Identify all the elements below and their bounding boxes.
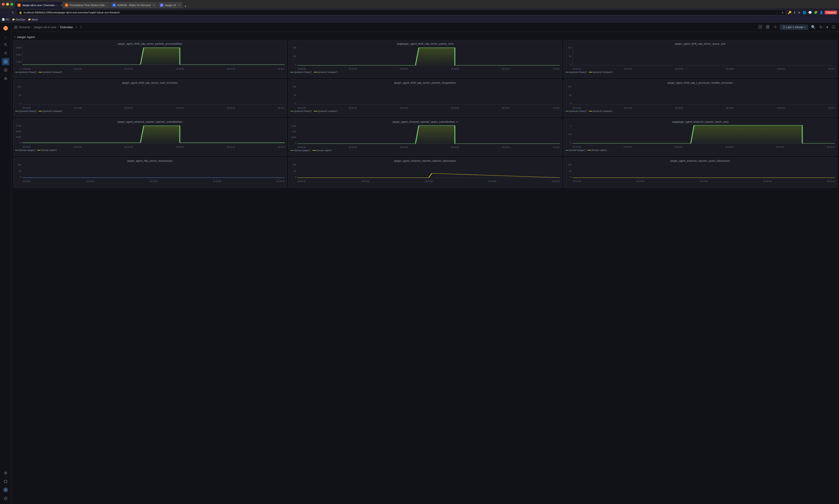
puzzle-icon[interactable]: 🧩 [814,10,818,15]
refresh-button[interactable]: ↻ [819,24,823,30]
window-maximize-btn[interactable] [10,3,13,6]
panel-packets-processed: jaeger_agent_thrift_udp_server_packets_p… [13,40,287,78]
translate-icon[interactable]: 🌐 [802,10,807,15]
pd-icon: 📄 [2,18,5,21]
sidebar-toggle[interactable]: › [4,35,7,40]
window-minimize-btn[interactable] [6,3,9,6]
sidebar-item-starred[interactable] [2,49,10,57]
bookmark-pd-label: PD [6,18,9,21]
chart-area-9: 10.50 19:15:3019:15:4019:15:5019:16:0019… [565,125,835,148]
panel-spans-submitted: jaeger_agent_tchannel_reporter_spans_sub… [288,118,562,156]
dashboard-icon [14,25,17,29]
star-icon[interactable]: ☆ [75,25,78,29]
breadcrumb-overview: Overview [60,25,73,29]
svg-rect-30 [767,27,769,28]
messaging-icon[interactable]: 💬 [808,10,812,15]
sidebar-item-shield[interactable] [2,478,10,485]
sidebar-item-dashboards[interactable] [2,58,10,65]
reload-button[interactable]: ↻ [11,10,15,15]
bookmark-devops[interactable]: 📁 DevOps [12,18,25,21]
panel-grid-row4: jaeger_agent_http_server_requests/sec 10… [13,157,837,188]
panel-processor-errors: jaeger_agent_thrift_udp_t_processor_hand… [563,79,837,117]
time-range-button[interactable]: Last 1 minute ▾ [780,25,808,30]
breadcrumb-general[interactable]: General [19,25,30,29]
svg-rect-11 [6,60,7,61]
panel-dropdown-arrow[interactable]: ▾ [456,120,458,123]
section-title-jaeger-agent: Jaeger Agent [17,35,35,39]
svg-point-18 [5,472,6,474]
tab-hotrod[interactable]: H HotROD - Rides On Demand ✕ [110,2,157,8]
legend-6: {protocol="binary"} {protocol="compact"} [565,110,835,112]
tv-mode-button[interactable] [831,24,836,30]
tab-jaeger[interactable]: J Jaeger UI ✕ [158,2,182,8]
paused-button[interactable]: Paused [825,11,837,14]
sidebar-item-explore[interactable] [2,66,10,74]
add-panel-button[interactable] [757,24,763,30]
sidebar-item-help[interactable]: ? [2,494,10,502]
forward-button[interactable]: › [6,10,10,15]
grafana-logo[interactable] [2,24,10,32]
refresh-dropdown-button[interactable]: ▾ [825,24,829,30]
svg-point-2 [5,28,6,29]
breadcrumb-jaeger[interactable]: Jaeger-all-in-one [33,25,56,29]
panel-title-5: jaeger_agent_thrift_udp_server_packets_d… [290,81,560,84]
bookmark-icon[interactable]: ★ [797,10,801,15]
svg-rect-13 [6,62,7,63]
panel-read-errors: jaeger_agent_thrift_udp_server_read_erro… [13,79,287,117]
tab-jaeger-close[interactable]: ✕ [178,4,180,6]
panel-title-1: jaeger_agent_thrift_udp_server_packets_p… [15,42,285,45]
chart-area-10: 100500 19:15:3019:15:4019:15:5019:16:001… [15,164,285,182]
panel-packets-dropped: jaeger_agent_thrift_udp_server_packets_d… [288,79,562,117]
browser-toolbar: 🔑 ⬆ ★ 🌐 💬 🧩 👤 Paused [787,10,837,15]
new-tab-button[interactable]: + [183,4,188,8]
legend-1: {protocol="binary"} {protocol="compact"} [15,71,285,73]
svg-rect-35 [832,25,835,28]
breadcrumb: General / Jaeger-all-in-one / Overview ☆… [14,25,755,29]
bookmark-pd[interactable]: 📄 PD [2,18,9,21]
panel-grid-row1: jaeger_agent_thrift_udp_server_packets_p… [13,40,837,78]
sidebar-item-search[interactable] [2,41,10,49]
panel-queue-size: jaeger_agent_thrift_udp_server_queue_siz… [563,40,837,78]
sidebar-item-profile[interactable]: 👤 [2,486,10,494]
extensions-icon[interactable]: 🔑 [787,10,792,15]
legend-3: {protocol="binary"} {protocol="compact"} [565,71,835,73]
legend-9: {format="jaeger"} {format="zipkin"} [565,149,835,151]
legend-item-binary: {protocol="binary"} [15,71,37,73]
dashboard-settings-button[interactable] [772,24,778,30]
time-range-chevron: ▾ [804,25,806,29]
zoom-out-button[interactable]: 🔍 [810,24,817,30]
chart-area-5: 100500 19:15:3019:15:4019:15:5019:16:001… [290,86,560,109]
svg-point-14 [4,69,7,71]
panel-batches-submitted: jaeger_agent_tchannel_reporter_batches_s… [13,118,287,156]
profile-icon[interactable]: 👤 [819,10,824,15]
sidebar-item-alerting[interactable] [2,75,10,82]
tab-prometheus[interactable]: P Prometheus Time Series Colle... ✕ [63,2,110,8]
sidebar: › 👤 ? [0,22,11,504]
tab-grafana[interactable]: G Jaeger-all-in-one / Overview -... ✕ [15,2,62,8]
address-bar[interactable]: 🔒 localhost:3000/d/zLOi95xmke/jaeger-all… [17,10,786,15]
back-button[interactable]: ‹ [2,10,5,15]
legend-4: {protocol="binary"} {protocol="compact"} [15,110,285,112]
share-dashboard-icon[interactable]: ⤴ [80,25,82,29]
bookmark-work[interactable]: 📁 Work [28,18,38,21]
time-range-label: Last 1 minute [786,25,803,29]
share-icon[interactable]: ⬆ [793,10,797,15]
section-header-jaeger-agent[interactable]: ▾ Jaeger Agent [13,34,837,40]
chart-area-6: 100500 19:15:3019:15:4019:15:5019:16:001… [565,86,835,109]
devops-icon: 📁 [12,18,15,21]
legend-7: {format="jaeger"} {format="zipkin"} [15,149,285,151]
svg-rect-21 [14,26,16,27]
window-close-btn[interactable] [2,3,5,6]
tab-prometheus-close[interactable]: ✕ [109,4,110,6]
svg-line-8 [6,45,7,46]
svg-rect-23 [14,28,16,29]
panel-spans-failures: jaeger_agent_tchannel_reporter_spans_fai… [563,157,837,188]
panel-title-3: jaeger_agent_thrift_udp_server_queue_siz… [565,42,835,45]
chart-area-2: 2001000 19:15:3019:15:4019:15:5019:16:00… [290,47,560,70]
sidebar-item-settings[interactable] [2,469,10,477]
tab-grafana-close[interactable]: ✕ [60,4,62,6]
save-dashboard-button[interactable] [765,24,771,30]
panel-title-6: jaeger_agent_thrift_udp_t_processor_hand… [565,81,835,84]
panel-title-11: jaeger_agent_tchannel_reporter_batches_f… [290,159,560,162]
tab-hotrod-close[interactable]: ✕ [153,4,155,6]
